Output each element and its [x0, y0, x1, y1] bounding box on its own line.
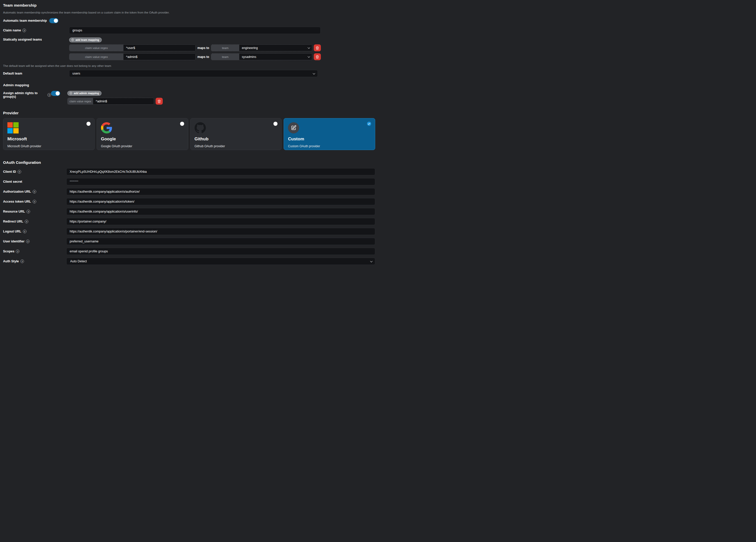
- claim-name-label: Claim name: [3, 29, 21, 32]
- automatic-team-membership-label: Automatic team membership: [3, 19, 47, 22]
- team-membership-heading: Team membership: [3, 3, 375, 7]
- auth-style-row: Auth Style Auto Detect: [3, 258, 375, 265]
- trash-icon: [316, 46, 319, 50]
- help-icon[interactable]: [25, 220, 28, 223]
- chevron-down-icon: [308, 46, 310, 49]
- help-icon[interactable]: [27, 210, 30, 213]
- oauth-configuration-heading: OAuth Configuration: [3, 160, 375, 164]
- client-id-input[interactable]: [66, 168, 375, 175]
- provider-card-microsoft[interactable]: Microsoft Microsoft OAuth provider: [3, 118, 95, 150]
- assign-admin-rights-row: Assign admin rights to group(s) add admi…: [3, 91, 375, 105]
- claim-value-regex-input[interactable]: [123, 54, 195, 60]
- help-icon[interactable]: [20, 259, 24, 263]
- admin-mapping-heading: Admin mapping: [3, 83, 375, 87]
- maps-to-label: maps to: [196, 55, 211, 59]
- team-mapping-row: claim value regex maps to team engineeri…: [69, 44, 321, 51]
- default-team-note: The default team will be assigned when t…: [3, 64, 375, 67]
- help-icon[interactable]: [16, 249, 19, 253]
- statically-assigned-teams-row: Statically assigned teams add team mappi…: [3, 37, 375, 60]
- help-icon[interactable]: [47, 93, 51, 97]
- toggle-knob: [56, 91, 60, 95]
- provider-radio[interactable]: [180, 122, 184, 126]
- logout-url-input[interactable]: [66, 228, 375, 235]
- auth-style-select[interactable]: Auto Detect: [66, 258, 375, 265]
- toggle-knob: [54, 19, 58, 23]
- authorization-url-row: Authorization URL: [3, 188, 375, 195]
- claim-value-regex-prefix: claim value regex: [69, 45, 123, 51]
- team-select[interactable]: sysadmins: [239, 54, 312, 60]
- auth-style-label: Auth Style: [3, 259, 19, 263]
- add-team-mapping-button[interactable]: add team mapping: [69, 37, 102, 42]
- redirect-url-row: Redirect URL: [3, 218, 375, 225]
- assign-admin-rights-toggle[interactable]: [51, 91, 60, 96]
- team-mapping-row: claim value regex maps to team sysadmins: [69, 53, 321, 60]
- help-icon[interactable]: [23, 230, 27, 233]
- admin-claim-value-regex-input[interactable]: [93, 98, 154, 104]
- chevron-down-icon: [370, 260, 373, 262]
- provider-cards: Microsoft Microsoft OAuth provider Googl…: [3, 118, 375, 150]
- provider-card-description: Github OAuth provider: [195, 144, 278, 148]
- claim-value-regex-prefix: claim value regex: [69, 54, 123, 60]
- help-icon[interactable]: [22, 29, 26, 32]
- provider-card-github[interactable]: Github Github OAuth provider: [190, 118, 282, 150]
- automatic-team-membership-toggle[interactable]: [49, 18, 58, 23]
- provider-heading: Provider: [3, 111, 375, 115]
- claim-name-row: Claim name: [3, 27, 375, 34]
- redirect-url-input[interactable]: [66, 218, 375, 225]
- client-secret-label: Client secret: [3, 180, 22, 183]
- delete-admin-mapping-button[interactable]: [156, 98, 163, 105]
- default-team-select[interactable]: users: [69, 70, 318, 77]
- provider-card-title: Github: [195, 136, 278, 142]
- delete-team-mapping-button[interactable]: [314, 53, 321, 60]
- check-icon: [368, 122, 370, 125]
- logout-url-label: Logout URL: [3, 230, 21, 233]
- user-identifier-input[interactable]: [66, 238, 375, 245]
- microsoft-logo-icon: [7, 122, 19, 133]
- access-token-url-input[interactable]: [66, 198, 375, 205]
- help-icon[interactable]: [33, 190, 36, 193]
- resource-url-row: Resource URL: [3, 208, 375, 215]
- user-identifier-label: User identifier: [3, 239, 24, 243]
- add-admin-mapping-button[interactable]: add admin mapping: [67, 91, 102, 96]
- provider-card-custom[interactable]: Custom Custom OAuth provider: [284, 118, 375, 150]
- scopes-label: Scopes: [3, 249, 14, 253]
- client-id-label: Client ID: [3, 170, 16, 173]
- access-token-url-row: Access token URL: [3, 198, 375, 205]
- provider-card-description: Custom OAuth provider: [288, 144, 371, 148]
- trash-icon: [157, 99, 161, 103]
- help-icon[interactable]: [26, 239, 30, 243]
- claim-value-regex-prefix: claim value regex: [68, 98, 93, 104]
- client-id-row: Client ID: [3, 168, 375, 175]
- provider-card-google[interactable]: Google Google OAuth provider: [97, 118, 188, 150]
- maps-to-label: maps to: [196, 46, 211, 50]
- assign-admin-rights-label: Assign admin rights to group(s): [3, 91, 46, 98]
- statically-assigned-teams-label: Statically assigned teams: [3, 37, 69, 41]
- client-secret-row: Client secret: [3, 178, 375, 185]
- resource-url-label: Resource URL: [3, 210, 25, 213]
- resource-url-input[interactable]: [66, 208, 375, 215]
- help-icon[interactable]: [18, 170, 21, 173]
- team-select[interactable]: engineering: [239, 45, 312, 51]
- redirect-url-label: Redirect URL: [3, 220, 23, 223]
- delete-team-mapping-button[interactable]: [314, 44, 321, 51]
- automatic-team-membership-row: Automatic team membership: [3, 18, 375, 23]
- authorization-url-input[interactable]: [66, 188, 375, 195]
- logout-url-row: Logout URL: [3, 228, 375, 235]
- admin-mapping-row: claim value regex: [67, 98, 163, 105]
- plus-circle-icon: [71, 38, 74, 41]
- chevron-down-icon: [313, 72, 315, 74]
- client-secret-input[interactable]: [66, 178, 375, 185]
- claim-name-input[interactable]: [69, 27, 321, 34]
- authorization-url-label: Authorization URL: [3, 190, 31, 193]
- trash-icon: [316, 55, 319, 59]
- custom-edit-icon: [288, 122, 299, 133]
- provider-radio[interactable]: [86, 122, 91, 126]
- claim-value-regex-input[interactable]: [123, 45, 195, 51]
- github-logo-icon: [195, 122, 206, 133]
- scopes-input[interactable]: [66, 248, 375, 255]
- help-icon[interactable]: [33, 200, 36, 203]
- provider-card-title: Google: [101, 136, 184, 142]
- provider-card-description: Google OAuth provider: [101, 144, 184, 148]
- plus-circle-icon: [69, 92, 72, 95]
- team-membership-description: Automatic team membership synchronizes t…: [3, 11, 375, 14]
